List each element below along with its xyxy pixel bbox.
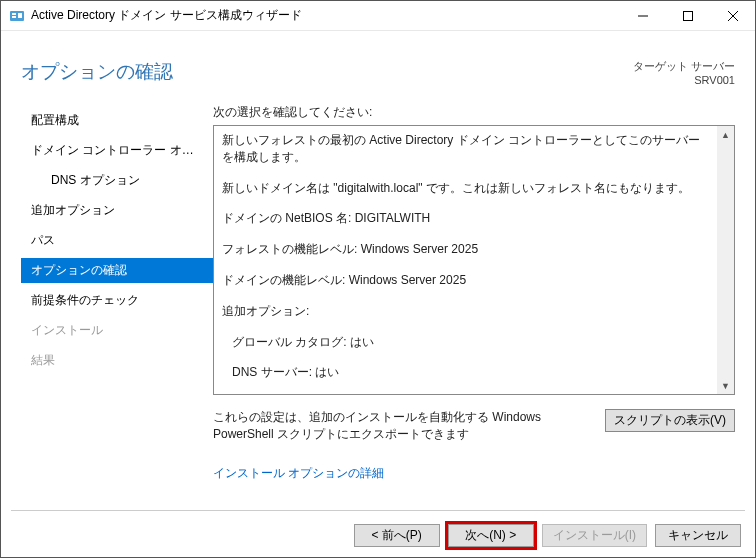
summary-line: 追加オプション:	[222, 303, 710, 320]
next-button[interactable]: 次へ(N) >	[448, 524, 534, 547]
summary-line: ドメインの NetBIOS 名: DIGITALWITH	[222, 210, 710, 227]
content-area: 次の選択を確認してください: 新しいフォレストの最初の Active Direc…	[213, 104, 755, 484]
summary-line: 新しいフォレストの最初の Active Directory ドメイン コントロー…	[222, 132, 710, 166]
svg-rect-1	[12, 13, 16, 15]
scroll-up-icon[interactable]: ▲	[717, 126, 734, 143]
footer-buttons: < 前へ(P) 次へ(N) > インストール(I) キャンセル	[354, 524, 741, 547]
summary-line: グローバル カタログ: はい	[222, 334, 710, 351]
app-icon	[9, 8, 25, 24]
close-button[interactable]	[710, 1, 755, 31]
scroll-down-icon[interactable]: ▼	[717, 377, 734, 394]
install-button: インストール(I)	[542, 524, 647, 547]
sidebar-item-deployment-config[interactable]: 配置構成	[21, 108, 213, 133]
page-title: オプションの確認	[21, 59, 173, 86]
summary-box: 新しいフォレストの最初の Active Directory ドメイン コントロー…	[213, 125, 735, 395]
window-controls	[620, 1, 755, 31]
maximize-button[interactable]	[665, 1, 710, 31]
summary-line: 新しいドメイン名は "digitalwith.local" です。これは新しいフ…	[222, 180, 710, 197]
summary-line: ドメインの機能レベル: Windows Server 2025	[222, 272, 710, 289]
footer-separator	[11, 510, 745, 511]
install-options-details-link[interactable]: インストール オプションの詳細	[213, 465, 735, 482]
summary-text: 新しいフォレストの最初の Active Directory ドメイン コントロー…	[214, 126, 734, 395]
export-row: これらの設定は、追加のインストールを自動化する Windows PowerShe…	[213, 409, 735, 443]
window-title: Active Directory ドメイン サービス構成ウィザード	[31, 7, 620, 24]
export-text: これらの設定は、追加のインストールを自動化する Windows PowerShe…	[213, 409, 593, 443]
sidebar-item-additional-options[interactable]: 追加オプション	[21, 198, 213, 223]
target-server-label: ターゲット サーバー	[633, 59, 735, 74]
svg-rect-3	[18, 13, 22, 18]
previous-button[interactable]: < 前へ(P)	[354, 524, 440, 547]
sidebar-item-dns-options[interactable]: DNS オプション	[21, 168, 213, 193]
scrollbar[interactable]: ▲ ▼	[717, 126, 734, 394]
target-server-name: SRV001	[633, 74, 735, 86]
sidebar-item-paths[interactable]: パス	[21, 228, 213, 253]
sidebar: 配置構成 ドメイン コントローラー オプシ... DNS オプション 追加オプシ…	[21, 104, 213, 484]
svg-rect-5	[683, 11, 692, 20]
titlebar: Active Directory ドメイン サービス構成ウィザード	[1, 1, 755, 31]
target-server: ターゲット サーバー SRV001	[633, 59, 735, 86]
sidebar-item-install: インストール	[21, 318, 213, 343]
summary-line: DNS サーバー: はい	[222, 364, 710, 381]
body: 配置構成 ドメイン コントローラー オプシ... DNS オプション 追加オプシ…	[1, 104, 755, 484]
sidebar-item-results: 結果	[21, 348, 213, 373]
view-script-button[interactable]: スクリプトの表示(V)	[605, 409, 735, 432]
header: オプションの確認 ターゲット サーバー SRV001	[1, 31, 755, 104]
sidebar-item-prereq-check[interactable]: 前提条件のチェック	[21, 288, 213, 313]
minimize-button[interactable]	[620, 1, 665, 31]
cancel-button[interactable]: キャンセル	[655, 524, 741, 547]
instruction-text: 次の選択を確認してください:	[213, 104, 735, 121]
sidebar-item-dc-options[interactable]: ドメイン コントローラー オプシ...	[21, 138, 213, 163]
sidebar-item-review-options[interactable]: オプションの確認	[21, 258, 213, 283]
summary-line: フォレストの機能レベル: Windows Server 2025	[222, 241, 710, 258]
scroll-track[interactable]	[717, 143, 734, 377]
svg-rect-2	[12, 16, 16, 18]
